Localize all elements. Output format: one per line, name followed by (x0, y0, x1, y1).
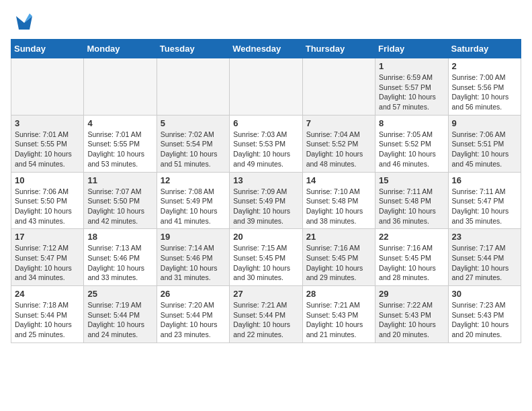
day-cell (302, 58, 375, 116)
day-info: Sunrise: 7:09 AM Sunset: 5:49 PM Dayligh… (233, 187, 298, 226)
day-number: 22 (379, 232, 444, 242)
weekday-monday: Monday (84, 40, 157, 58)
day-number: 18 (87, 232, 152, 242)
day-cell (84, 58, 157, 116)
day-cell: 23Sunrise: 7:17 AM Sunset: 5:44 PM Dayli… (448, 229, 521, 286)
day-number: 11 (87, 175, 152, 185)
day-info: Sunrise: 7:18 AM Sunset: 5:44 PM Dayligh… (15, 300, 80, 340)
day-info: Sunrise: 7:02 AM Sunset: 5:54 PM Dayligh… (161, 130, 226, 169)
day-cell: 18Sunrise: 7:13 AM Sunset: 5:46 PM Dayli… (84, 229, 157, 286)
day-info: Sunrise: 7:08 AM Sunset: 5:49 PM Dayligh… (161, 187, 226, 226)
day-number: 21 (306, 232, 371, 242)
logo-icon (13, 11, 35, 32)
day-cell (157, 58, 229, 116)
day-info: Sunrise: 7:01 AM Sunset: 5:55 PM Dayligh… (87, 130, 152, 169)
day-info: Sunrise: 7:13 AM Sunset: 5:46 PM Dayligh… (87, 243, 152, 283)
day-info: Sunrise: 7:03 AM Sunset: 5:53 PM Dayligh… (233, 130, 298, 169)
day-cell (11, 58, 84, 116)
page-header (11, 11, 521, 32)
day-cell: 11Sunrise: 7:07 AM Sunset: 5:50 PM Dayli… (84, 172, 157, 229)
day-cell: 16Sunrise: 7:11 AM Sunset: 5:47 PM Dayli… (448, 172, 521, 229)
weekday-sunday: Sunday (11, 40, 84, 58)
day-info: Sunrise: 7:15 AM Sunset: 5:45 PM Dayligh… (233, 243, 298, 283)
week-row-4: 24Sunrise: 7:18 AM Sunset: 5:44 PM Dayli… (11, 286, 521, 343)
day-info: Sunrise: 7:00 AM Sunset: 5:56 PM Dayligh… (452, 73, 517, 112)
day-cell: 4Sunrise: 7:01 AM Sunset: 5:55 PM Daylig… (84, 115, 157, 172)
day-number: 14 (306, 175, 371, 185)
day-info: Sunrise: 7:23 AM Sunset: 5:43 PM Dayligh… (452, 300, 517, 340)
day-cell (230, 58, 302, 116)
day-cell: 21Sunrise: 7:16 AM Sunset: 5:45 PM Dayli… (302, 229, 375, 286)
day-cell: 28Sunrise: 7:21 AM Sunset: 5:43 PM Dayli… (302, 286, 375, 343)
day-number: 23 (452, 232, 517, 242)
day-info: Sunrise: 7:01 AM Sunset: 5:55 PM Dayligh… (15, 130, 80, 169)
day-cell: 26Sunrise: 7:20 AM Sunset: 5:44 PM Dayli… (157, 286, 229, 343)
day-number: 24 (15, 289, 80, 299)
day-cell: 3Sunrise: 7:01 AM Sunset: 5:55 PM Daylig… (11, 115, 84, 172)
week-row-3: 17Sunrise: 7:12 AM Sunset: 5:47 PM Dayli… (11, 229, 521, 286)
day-info: Sunrise: 7:22 AM Sunset: 5:43 PM Dayligh… (379, 300, 444, 340)
day-info: Sunrise: 7:16 AM Sunset: 5:45 PM Dayligh… (379, 243, 444, 283)
day-info: Sunrise: 7:12 AM Sunset: 5:47 PM Dayligh… (15, 243, 80, 283)
day-cell: 25Sunrise: 7:19 AM Sunset: 5:44 PM Dayli… (84, 286, 157, 343)
weekday-thursday: Thursday (302, 40, 375, 58)
day-info: Sunrise: 7:07 AM Sunset: 5:50 PM Dayligh… (87, 187, 152, 226)
day-number: 8 (379, 118, 444, 128)
day-cell: 17Sunrise: 7:12 AM Sunset: 5:47 PM Dayli… (11, 229, 84, 286)
day-cell: 13Sunrise: 7:09 AM Sunset: 5:49 PM Dayli… (230, 172, 302, 229)
weekday-tuesday: Tuesday (157, 40, 229, 58)
day-cell: 22Sunrise: 7:16 AM Sunset: 5:45 PM Dayli… (375, 229, 448, 286)
calendar-header: SundayMondayTuesdayWednesdayThursdayFrid… (11, 40, 521, 58)
day-cell: 24Sunrise: 7:18 AM Sunset: 5:44 PM Dayli… (11, 286, 84, 343)
day-info: Sunrise: 7:04 AM Sunset: 5:52 PM Dayligh… (306, 130, 371, 169)
weekday-saturday: Saturday (448, 40, 521, 58)
weekday-header-row: SundayMondayTuesdayWednesdayThursdayFrid… (11, 40, 521, 58)
calendar: SundayMondayTuesdayWednesdayThursdayFrid… (11, 39, 521, 343)
weekday-wednesday: Wednesday (230, 40, 302, 58)
day-info: Sunrise: 7:20 AM Sunset: 5:44 PM Dayligh… (161, 300, 226, 340)
day-number: 27 (233, 289, 298, 299)
day-number: 29 (379, 289, 444, 299)
day-cell: 10Sunrise: 7:06 AM Sunset: 5:50 PM Dayli… (11, 172, 84, 229)
day-info: Sunrise: 7:16 AM Sunset: 5:45 PM Dayligh… (306, 243, 371, 283)
day-info: Sunrise: 6:59 AM Sunset: 5:57 PM Dayligh… (379, 73, 444, 112)
day-cell: 27Sunrise: 7:21 AM Sunset: 5:44 PM Dayli… (230, 286, 302, 343)
day-info: Sunrise: 7:19 AM Sunset: 5:44 PM Dayligh… (87, 300, 152, 340)
day-cell: 14Sunrise: 7:10 AM Sunset: 5:48 PM Dayli… (302, 172, 375, 229)
day-number: 20 (233, 232, 298, 242)
day-number: 10 (15, 175, 80, 185)
day-cell: 7Sunrise: 7:04 AM Sunset: 5:52 PM Daylig… (302, 115, 375, 172)
day-number: 1 (379, 61, 444, 71)
day-cell: 6Sunrise: 7:03 AM Sunset: 5:53 PM Daylig… (230, 115, 302, 172)
day-cell: 30Sunrise: 7:23 AM Sunset: 5:43 PM Dayli… (448, 286, 521, 343)
day-info: Sunrise: 7:06 AM Sunset: 5:50 PM Dayligh… (15, 187, 80, 226)
day-number: 25 (87, 289, 152, 299)
day-cell: 5Sunrise: 7:02 AM Sunset: 5:54 PM Daylig… (157, 115, 229, 172)
day-cell: 15Sunrise: 7:11 AM Sunset: 5:48 PM Dayli… (375, 172, 448, 229)
day-number: 19 (161, 232, 226, 242)
day-info: Sunrise: 7:14 AM Sunset: 5:46 PM Dayligh… (161, 243, 226, 283)
day-number: 2 (452, 61, 517, 71)
day-number: 26 (161, 289, 226, 299)
day-info: Sunrise: 7:11 AM Sunset: 5:47 PM Dayligh… (452, 187, 517, 226)
week-row-0: 1Sunrise: 6:59 AM Sunset: 5:57 PM Daylig… (11, 58, 521, 116)
calendar-body: 1Sunrise: 6:59 AM Sunset: 5:57 PM Daylig… (11, 58, 521, 343)
day-number: 28 (306, 289, 371, 299)
day-number: 3 (15, 118, 80, 128)
day-cell: 1Sunrise: 6:59 AM Sunset: 5:57 PM Daylig… (375, 58, 448, 116)
day-cell: 9Sunrise: 7:06 AM Sunset: 5:51 PM Daylig… (448, 115, 521, 172)
day-info: Sunrise: 7:05 AM Sunset: 5:52 PM Dayligh… (379, 130, 444, 169)
day-number: 6 (233, 118, 298, 128)
day-number: 12 (161, 175, 226, 185)
day-number: 4 (87, 118, 152, 128)
day-info: Sunrise: 7:06 AM Sunset: 5:51 PM Dayligh… (452, 130, 517, 169)
day-cell: 19Sunrise: 7:14 AM Sunset: 5:46 PM Dayli… (157, 229, 229, 286)
week-row-2: 10Sunrise: 7:06 AM Sunset: 5:50 PM Dayli… (11, 172, 521, 229)
weekday-friday: Friday (375, 40, 448, 58)
day-number: 13 (233, 175, 298, 185)
day-info: Sunrise: 7:21 AM Sunset: 5:44 PM Dayligh… (233, 300, 298, 340)
day-info: Sunrise: 7:21 AM Sunset: 5:43 PM Dayligh… (306, 300, 371, 340)
day-number: 17 (15, 232, 80, 242)
day-number: 16 (452, 175, 517, 185)
day-number: 15 (379, 175, 444, 185)
